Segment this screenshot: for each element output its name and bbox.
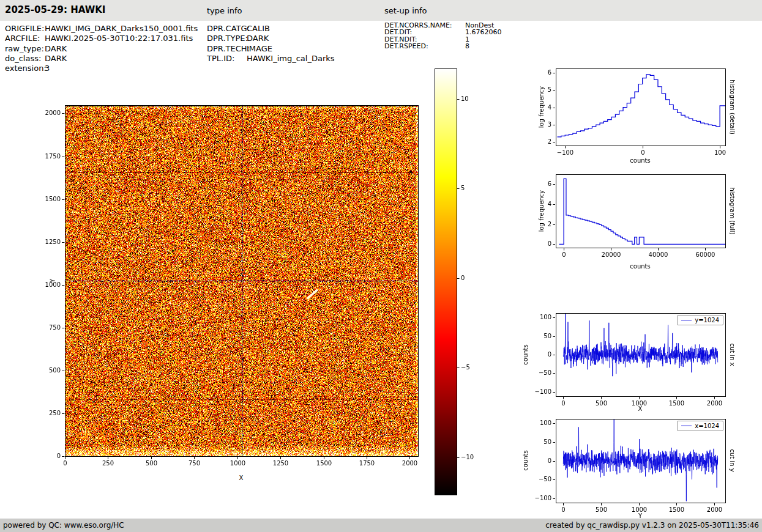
colorbar [430,67,484,499]
metadata-value: DARK [45,54,67,64]
legend-line-icon [681,320,692,320]
legend-label: x=1024 [695,423,719,429]
legend-cut-y: x=1024 [677,421,723,431]
metadata-key: ORIGFILE: [5,24,45,34]
cut-x-right-label: cut in x [729,343,736,366]
cut-y-ylabel: counts [522,450,529,470]
hist-detail-right-label: histogram (detail) [729,79,736,135]
footer-created-by: created by qc_rawdisp.py v1.2.3 on 2025-… [545,521,759,530]
metadata-row: ORIGFILE:HAWKI_IMG_DARK_Darks150_0001.fi… [5,24,198,34]
type-info-heading: type info [207,6,242,15]
legend-label: y=1024 [695,317,719,323]
metadata-key: DET.RSPEED: [384,43,465,50]
metadata-key: extension: [5,64,45,73]
cut-y-right-label: cut in y [729,449,736,471]
metadata-row: DET.RSPEED:8 [384,43,502,50]
footer-powered-by: powered by QC: www.eso.org/HC [3,521,124,530]
qc-report-page: 2025-05-29: HAWKI type info set-up info … [0,0,762,532]
metadata-row: DPR.TYPE:DARK [207,34,335,43]
footer-bar: powered by QC: www.eso.org/HC created by… [0,519,762,532]
cut-x-ylabel: counts [522,344,529,364]
histogram-full-plot [526,168,734,261]
metadata-value: CALIB [247,24,270,34]
header-bar: 2025-05-29: HAWKI type info set-up info [0,0,762,21]
cut-y-xlabel: Y [638,512,642,519]
hist-full-right-label: histogram (full) [729,187,736,234]
main-ylabel: Y [50,279,56,283]
metadata-row: extension:3 [5,64,198,73]
hist-full-xlabel: counts [630,263,650,270]
metadata-value: 3 [45,64,50,73]
metadata-key: raw_type: [5,44,45,54]
cut-x-xlabel: X [638,405,643,412]
file-info-block: ORIGFILE:HAWKI_IMG_DARK_Darks150_0001.fi… [5,24,198,73]
metadata-key: TPL.ID: [207,54,247,64]
metadata-row: ARCFILE:HAWKI.2025-05-30T10:22:17.031.fi… [5,34,198,43]
metadata-value: DARK [45,44,67,54]
setup-info-block: DET.NCORRS.NAME:NonDestDET.DIT:1.6762060… [384,22,502,50]
metadata-value: DARK [247,34,269,43]
hist-full-ylabel: log frequency [538,190,545,232]
legend-cut-x: y=1024 [677,315,723,325]
dark-frame-heatmap [37,98,428,472]
metadata-key: DPR.TYPE: [207,34,247,43]
metadata-row: raw_type:DARK [5,44,198,54]
histogram-detail-plot [526,63,734,162]
type-info-block: DPR.CATG:CALIBDPR.TYPE:DARKDPR.TECH:IMAG… [207,24,335,64]
metadata-value: IMAGE [247,44,272,54]
hist-detail-ylabel: log frequency [538,86,545,128]
metadata-key: do_class: [5,54,45,64]
metadata-key: ARCFILE: [5,34,45,43]
metadata-key: DPR.TECH: [207,44,247,54]
main-xlabel: X [239,475,244,481]
metadata-row: do_class:DARK [5,54,198,64]
metadata-value: HAWKI_IMG_DARK_Darks150_0001.fits [45,24,198,34]
metadata-value: 8 [465,43,469,50]
metadata-row: TPL.ID:HAWKI_img_cal_Darks [207,54,335,64]
legend-line-icon [681,426,692,426]
metadata-row: DPR.TECH:IMAGE [207,44,335,54]
metadata-value: HAWKI_img_cal_Darks [247,54,335,64]
page-title: 2025-05-29: HAWKI [5,4,105,15]
metadata-value: 1.6762060 [465,29,502,35]
metadata-key: DPR.CATG: [207,24,247,34]
setup-info-heading: set-up info [384,6,427,15]
metadata-value: HAWKI.2025-05-30T10:22:17.031.fits [45,34,193,43]
metadata-row: DPR.CATG:CALIB [207,24,335,34]
hist-detail-xlabel: counts [630,157,650,164]
